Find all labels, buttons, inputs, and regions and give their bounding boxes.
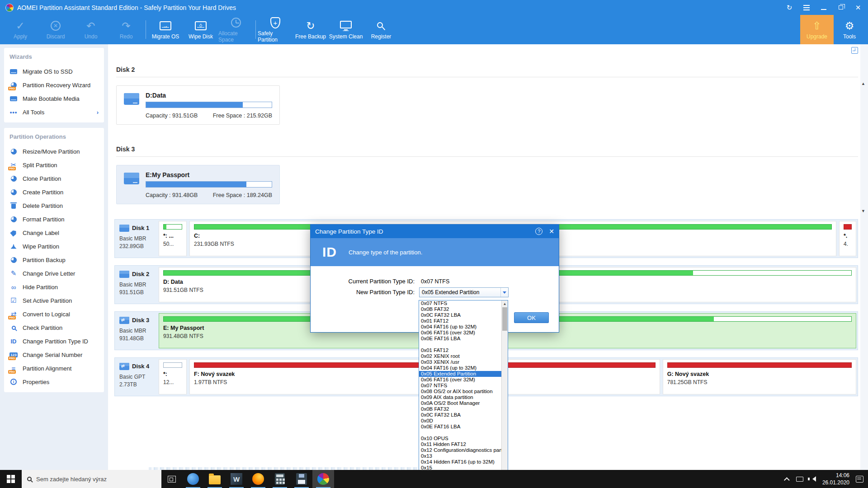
dropdown-option[interactable]: 0x09 AIX data partition bbox=[419, 394, 501, 400]
dropdown-option[interactable]: 0x07 NTFS bbox=[419, 383, 501, 389]
sidebar-item-all-tools[interactable]: •••All Tools› bbox=[9, 105, 99, 119]
dropdown-option[interactable]: 0x08 OS/2 or AIX boot partition bbox=[419, 389, 501, 394]
dropdown-option[interactable] bbox=[419, 342, 501, 347]
sidebar-item-set-active-partition[interactable]: ☑Set Active Partition bbox=[9, 294, 99, 307]
upgrade-button[interactable]: ⇧ Upgrade bbox=[800, 15, 834, 44]
dropdown-scroll-thumb[interactable] bbox=[502, 307, 507, 331]
free-backup-button[interactable]: ↻Free Backup bbox=[293, 15, 328, 44]
dropdown-option[interactable]: 0x0C FAT32 LBA bbox=[419, 412, 501, 418]
refresh-icon[interactable]: ↻ bbox=[786, 4, 793, 11]
dropdown-option[interactable]: 0x14 Hidden FAT16 (up to 32M) bbox=[419, 459, 501, 465]
dropdown-option[interactable]: 0x0A OS/2 Boot Manager bbox=[419, 400, 501, 406]
sidebar-item-properties[interactable]: iProperties bbox=[9, 375, 99, 389]
ok-button[interactable]: OK bbox=[514, 312, 549, 323]
close-button[interactable]: ✕ bbox=[854, 4, 862, 11]
dropdown-option[interactable]: 0x12 Configuration/diagnostics partiti bbox=[419, 447, 501, 453]
dropdown-option[interactable]: 0x0E FAT16 LBA bbox=[419, 424, 501, 430]
system-clean-button[interactable]: System Clean bbox=[328, 15, 363, 44]
restore-button[interactable] bbox=[837, 4, 844, 11]
sidebar-item-partition-recovery-wizard[interactable]: PROPartition Recovery Wizard bbox=[9, 78, 99, 92]
register-button[interactable]: Register bbox=[363, 15, 399, 44]
dropdown-option[interactable]: 0x0B FAT32 bbox=[419, 306, 501, 312]
minimize-button[interactable] bbox=[820, 4, 827, 11]
speaker-icon[interactable] bbox=[810, 476, 816, 482]
taskbar-app-aomei-partition-assistant[interactable] bbox=[312, 470, 334, 488]
sidebar-item-migrate-os-to-ssd[interactable]: Migrate OS to SSD bbox=[9, 65, 99, 78]
dropdown-scrollbar[interactable]: ▲ ▼ bbox=[501, 300, 508, 476]
dropdown-option[interactable]: 0x11 Hidden FAT12 bbox=[419, 441, 501, 447]
dropdown-option[interactable]: 0x04 FAT16 (up to 32M) bbox=[419, 365, 501, 371]
new-type-combobox[interactable]: 0x05 Extended Partition bbox=[419, 287, 509, 297]
dropdown-option[interactable]: 0x0E FAT16 LBA bbox=[419, 336, 501, 342]
sidebar-item-convert-to-logical[interactable]: ⇄PROConvert to Logical bbox=[9, 307, 99, 321]
start-button[interactable] bbox=[0, 470, 22, 488]
sidebar-item-change-drive-letter[interactable]: ✎Change Drive Letter bbox=[9, 267, 99, 280]
overview-card-d-data[interactable]: D:DataCapacity : 931.51GBFree Space : 21… bbox=[116, 85, 280, 125]
dropdown-option[interactable]: 0x06 FAT16 (over 32M) bbox=[419, 377, 501, 383]
dialog-help-icon[interactable]: ? bbox=[535, 228, 542, 235]
taskbar-app-file-explorer[interactable] bbox=[204, 470, 226, 488]
dropdown-option[interactable]: 0x07 NTFS bbox=[419, 300, 501, 306]
display-tray-icon[interactable] bbox=[796, 477, 803, 482]
sidebar-item-change-partition-type-id[interactable]: IDChange Partition Type ID bbox=[9, 334, 99, 348]
dropdown-option[interactable]: 0x06 FAT16 (over 32M) bbox=[419, 330, 501, 336]
apply-button[interactable]: ✓Apply bbox=[3, 15, 38, 44]
dropdown-option[interactable]: 0x04 FAT16 (up to 32M) bbox=[419, 324, 501, 330]
action-center-icon[interactable] bbox=[856, 476, 863, 483]
sidebar-item-delete-partition[interactable]: Delete Partition bbox=[9, 199, 99, 212]
dropdown-option[interactable]: 0x0B FAT32 bbox=[419, 406, 501, 412]
dropdown-option[interactable]: 0x01 FAT12 bbox=[419, 318, 501, 324]
chevron-down-icon[interactable] bbox=[500, 288, 508, 297]
sidebar-item-partition-alignment[interactable]: ≡PROPartition Alignment bbox=[9, 361, 99, 375]
taskbar-app-calculator[interactable] bbox=[269, 470, 291, 488]
dropdown-option[interactable] bbox=[419, 430, 501, 436]
taskbar-app-floppy-app[interactable] bbox=[291, 470, 312, 488]
sidebar-item-resize-move-partition[interactable]: Resize/Move Partition bbox=[9, 145, 99, 158]
dropdown-option[interactable]: 0x13 bbox=[419, 453, 501, 459]
safely-partition-button[interactable]: +Safely Partition bbox=[258, 15, 293, 44]
partition-g-nov-svazek[interactable]: G: Nový svazek781.25GB NTFS bbox=[663, 359, 856, 394]
tray-expand-icon[interactable] bbox=[784, 477, 790, 483]
disk-info-disk-1[interactable]: Disk 1Basic MBR232.89GB bbox=[115, 220, 157, 258]
sidebar-item-hide-partition[interactable]: ∞Hide Partition bbox=[9, 280, 99, 294]
sidebar-item-split-partition[interactable]: ✂PROSplit Partition bbox=[9, 158, 99, 172]
discard-button[interactable]: ✕Discard bbox=[38, 15, 73, 44]
sidebar-item-clone-partition[interactable]: Clone Partition bbox=[9, 172, 99, 185]
dropdown-option[interactable]: 0x0C FAT32 LBA bbox=[419, 312, 501, 318]
layout-toggle-icon[interactable] bbox=[851, 47, 858, 54]
redo-button[interactable]: ↷Redo bbox=[108, 15, 144, 44]
dropdown-option[interactable]: 0x0D bbox=[419, 418, 501, 424]
scroll-down-icon[interactable]: ▼ bbox=[861, 209, 865, 213]
dropdown-option[interactable]: 0x10 OPUS bbox=[419, 436, 501, 441]
dropdown-scroll-up-icon[interactable]: ▲ bbox=[502, 302, 508, 306]
partition-[interactable]: *:12... bbox=[159, 359, 187, 394]
vertical-scrollbar[interactable]: ▲ ▼ bbox=[860, 44, 868, 472]
dialog-close-icon[interactable]: ✕ bbox=[549, 228, 554, 235]
partition-[interactable]: *.4. bbox=[839, 221, 856, 256]
sidebar-item-format-partition[interactable]: Format Partition bbox=[9, 212, 99, 226]
menu-icon[interactable] bbox=[803, 4, 810, 11]
sidebar-item-check-partition[interactable]: Check Partition bbox=[9, 321, 99, 334]
disk-info-disk-2[interactable]: Disk 2Basic MBR931.51GB bbox=[115, 266, 157, 304]
taskbar-clock[interactable]: 14:06 26.01.2020 bbox=[822, 472, 849, 486]
sidebar-item-partition-backup[interactable]: Partition Backup bbox=[9, 253, 99, 267]
dropdown-option[interactable]: 0x02 XENIX root bbox=[419, 353, 501, 359]
taskbar-app-firefox[interactable] bbox=[247, 470, 269, 488]
allocate-space-button[interactable]: Allocate Space bbox=[218, 15, 254, 44]
task-view-button[interactable] bbox=[161, 470, 182, 488]
dropdown-option[interactable]: 0x05 Extended Partition bbox=[419, 371, 501, 377]
overview-card-e-my-passport[interactable]: E:My PassportCapacity : 931.48GBFree Spa… bbox=[116, 165, 280, 204]
sidebar-item-change-label[interactable]: Change Label bbox=[9, 226, 99, 239]
dropdown-option[interactable]: 0x01 FAT12 bbox=[419, 347, 501, 353]
scroll-up-icon[interactable]: ▲ bbox=[861, 81, 865, 86]
taskbar-app-dark-app[interactable]: W bbox=[226, 470, 247, 488]
disk-info-disk-3[interactable]: Disk 3Basic MBR931.48GB bbox=[115, 312, 157, 350]
taskbar-search-input[interactable]: Sem zadejte hledaný výraz bbox=[22, 470, 161, 488]
taskbar-app-thunderbird[interactable] bbox=[182, 470, 204, 488]
tools-button[interactable]: ⚙ Tools bbox=[834, 15, 865, 44]
migrate-os-button[interactable]: →Migrate OS bbox=[148, 15, 183, 44]
sidebar-item-wipe-partition[interactable]: Wipe Partition bbox=[9, 239, 99, 253]
wipe-disk-button[interactable]: ◊Wipe Disk bbox=[183, 15, 218, 44]
dropdown-option[interactable]: 0x03 XENIX /usr bbox=[419, 359, 501, 365]
disk-info-disk-4[interactable]: Disk 4Basic GPT2.73TB bbox=[115, 358, 157, 396]
